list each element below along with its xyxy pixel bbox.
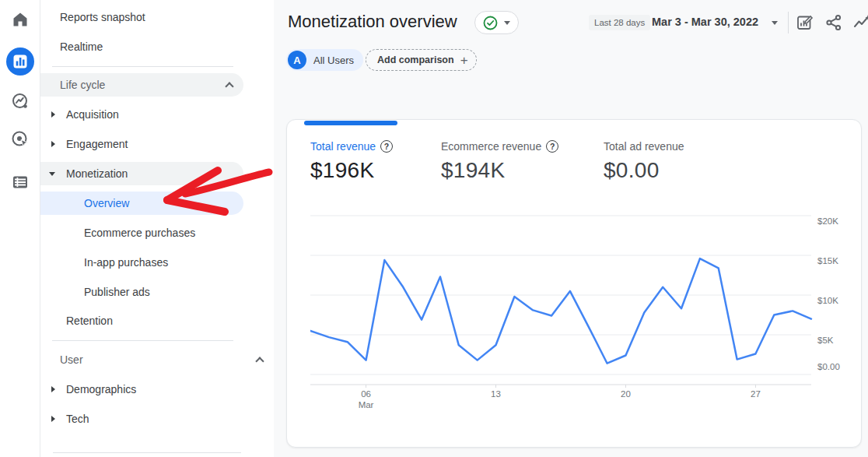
metric-total-ad-revenue[interactable]: Total ad revenue $0.00 <box>604 140 684 183</box>
sidebar-item-demographics[interactable]: Demographics <box>66 378 136 401</box>
customize-report-icon[interactable] <box>795 13 814 32</box>
chevron-down-icon[interactable] <box>772 21 778 25</box>
revenue-line-chart[interactable]: $0.00$5K$10K$15K$20K06Mar132027 <box>310 203 847 412</box>
svg-text:$15K: $15K <box>817 256 838 265</box>
plus-icon: + <box>460 54 468 67</box>
insights-icon[interactable] <box>853 13 868 32</box>
sidebar-divider <box>53 452 241 453</box>
chevron-right-icon <box>51 141 55 147</box>
sidebar-item-label: Overview <box>84 192 129 215</box>
sidebar-item-label: Monetization <box>66 162 128 185</box>
svg-text:Mar: Mar <box>359 400 374 410</box>
main-content: Monetization overview Last 28 days Mar 3… <box>274 0 868 457</box>
svg-text:$0.00: $0.00 <box>817 362 840 371</box>
chevron-down-icon <box>49 172 55 176</box>
sidebar-item-publisher-ads[interactable]: Publisher ads <box>84 280 150 304</box>
avatar: A <box>288 51 306 69</box>
sidebar-divider <box>52 340 233 341</box>
svg-text:06: 06 <box>361 389 371 399</box>
report-status-dropdown[interactable] <box>474 11 519 34</box>
date-preset-badge: Last 28 days <box>589 15 650 30</box>
sidebar-item-realtime[interactable]: Realtime <box>60 35 103 58</box>
share-icon[interactable] <box>824 13 843 32</box>
ga4-monetization-overview-page: Reports snapshot Realtime Life cycle Acq… <box>0 0 868 457</box>
svg-text:$5K: $5K <box>817 336 834 345</box>
metric-value: $0.00 <box>604 158 684 183</box>
sidebar-item-in-app-purchases[interactable]: In-app purchases <box>84 251 168 274</box>
help-icon[interactable]: ? <box>546 140 558 153</box>
chevron-right-icon <box>51 416 55 422</box>
nav-rail <box>0 0 40 457</box>
explore-icon[interactable] <box>11 92 30 111</box>
metric-ecommerce-revenue[interactable]: Ecommerce revenue ? $194K <box>441 140 558 183</box>
section-label-user: User <box>60 348 83 371</box>
reports-icon[interactable] <box>6 47 34 76</box>
chevron-right-icon <box>51 111 55 118</box>
add-comparison-button[interactable]: Add comparison + <box>366 49 477 71</box>
home-icon[interactable] <box>11 10 30 29</box>
chevron-down-icon <box>504 21 510 25</box>
sidebar-item-tech[interactable]: Tech <box>66 407 89 431</box>
green-check-icon <box>483 16 498 30</box>
library-icon[interactable] <box>11 173 30 192</box>
advertising-icon[interactable] <box>11 130 30 149</box>
metric-value: $196K <box>310 158 393 183</box>
date-range-selector[interactable]: Mar 3 - Mar 30, 2022 <box>652 16 758 28</box>
metric-label: Ecommerce revenue <box>441 140 541 153</box>
section-lifecycle[interactable]: Life cycle <box>40 73 243 97</box>
all-users-label: All Users <box>313 54 354 66</box>
reports-sidebar: Reports snapshot Realtime Life cycle Acq… <box>40 0 274 457</box>
svg-text:27: 27 <box>751 389 761 399</box>
section-label-lifecycle: Life cycle <box>60 73 105 97</box>
sidebar-item-overview[interactable]: Overview <box>40 192 243 215</box>
monetization-overview-card: Total revenue ? $196K Ecommerce revenue … <box>286 119 862 448</box>
sidebar-item-retention[interactable]: Retention <box>66 309 113 332</box>
sidebar-item-acquisition[interactable]: Acquisition <box>66 103 119 126</box>
help-icon[interactable]: ? <box>380 140 393 153</box>
sidebar-item-monetization[interactable]: Monetization <box>40 162 243 185</box>
header-divider <box>788 12 789 33</box>
active-tab-indicator <box>304 121 397 125</box>
metric-value: $194K <box>441 158 558 183</box>
metric-label: Total ad revenue <box>604 140 684 153</box>
all-users-chip[interactable]: A All Users <box>286 49 363 71</box>
svg-text:$20K: $20K <box>817 216 838 226</box>
svg-text:13: 13 <box>491 389 501 399</box>
svg-text:$10K: $10K <box>817 296 838 305</box>
metric-label: Total revenue <box>310 140 376 153</box>
metric-total-revenue[interactable]: Total revenue ? $196K <box>310 140 393 183</box>
chevron-up-icon[interactable] <box>225 82 233 90</box>
chevron-right-icon <box>51 386 55 392</box>
sidebar-item-engagement[interactable]: Engagement <box>66 132 128 156</box>
chevron-up-icon[interactable] <box>255 357 264 365</box>
svg-text:20: 20 <box>621 389 631 399</box>
sidebar-divider <box>52 66 233 67</box>
sidebar-item-reports-snapshot[interactable]: Reports snapshot <box>60 5 145 29</box>
sidebar-item-ecommerce-purchases[interactable]: Ecommerce purchases <box>84 221 195 244</box>
page-title: Monetization overview <box>288 12 457 32</box>
